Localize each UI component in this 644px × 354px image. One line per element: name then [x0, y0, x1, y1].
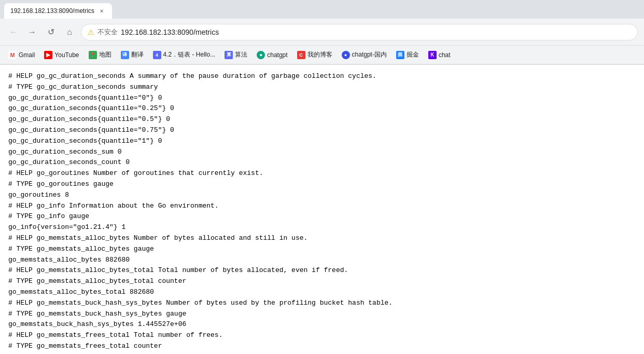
bookmark-gmail-label: Gmail [19, 51, 35, 59]
bookmark-youtube[interactable]: ▶ YouTube [40, 49, 83, 61]
chatgpt-icon: ● [257, 51, 265, 59]
bookmark-maps-label: 地图 [99, 50, 111, 59]
translate-icon: 译 [121, 51, 129, 59]
bookmark-chat-label: chat [439, 51, 451, 59]
bookmark-juejin[interactable]: 掘 掘金 [392, 48, 423, 61]
4-2-icon: 4 [153, 51, 161, 59]
home-button[interactable]: ⌂ [62, 25, 77, 39]
bookmark-juejin-label: 掘金 [407, 50, 419, 59]
back-button[interactable]: ← [6, 25, 21, 39]
myblog-icon: C [297, 51, 305, 59]
bookmarks-bar: M Gmail ▶ YouTube 📍 地图 译 翻译 4 4.2．链表 - H… [0, 46, 644, 64]
tab-close-button[interactable]: ✕ [97, 7, 106, 15]
url-display: 192.168.182.133:8090/metrics [121, 28, 219, 36]
algo-icon: 算 [225, 51, 233, 59]
reload-button[interactable]: ↺ [44, 25, 58, 39]
tab-title: 192.168.182.133:8090/metrics [10, 7, 94, 15]
forward-button[interactable]: → [25, 25, 39, 39]
tab-bar: 192.168.182.133:8090/metrics ✕ [0, 0, 644, 19]
nav-bar: ← → ↺ ⌂ ⚠ 不安全 192.168.182.133:8090/metri… [0, 19, 644, 46]
address-bar[interactable]: ⚠ 不安全 192.168.182.133:8090/metrics [81, 24, 638, 40]
security-warning-icon: ⚠ [88, 28, 94, 36]
gmail-icon: M [8, 51, 17, 59]
bookmark-chat[interactable]: K chat [424, 49, 455, 61]
metrics-content: # HELP go_gc_duration_seconds A summary … [0, 65, 644, 354]
active-tab[interactable]: 192.168.182.133:8090/metrics ✕ [4, 3, 112, 19]
bookmark-algo[interactable]: 算 算法 [220, 48, 251, 61]
bookmark-maps[interactable]: 📍 地图 [85, 48, 116, 61]
chatgpt-cn-icon: ● [342, 51, 350, 59]
bookmark-chatgpt-cn-label: chatgpt-国内 [352, 50, 387, 59]
bookmark-translate[interactable]: 译 翻译 [117, 48, 148, 61]
bookmark-youtube-label: YouTube [54, 51, 79, 59]
bookmark-4-2-label: 4.2．链表 - Hello... [163, 50, 216, 59]
bookmark-translate-label: 翻译 [131, 50, 144, 59]
bookmark-myblog-label: 我的博客 [307, 50, 332, 59]
bookmark-chatgpt-label: chatgpt [267, 51, 287, 59]
bookmark-gmail[interactable]: M Gmail [4, 49, 39, 61]
bookmark-chatgpt[interactable]: ● chatgpt [253, 49, 291, 61]
bookmark-4-2[interactable]: 4 4.2．链表 - Hello... [149, 48, 220, 61]
youtube-icon: ▶ [44, 51, 52, 59]
bookmark-chatgpt-cn[interactable]: ● chatgpt-国内 [338, 48, 391, 61]
bookmark-myblog[interactable]: C 我的博客 [293, 48, 337, 61]
not-secure-label: 不安全 [97, 28, 118, 37]
chat-icon: K [428, 51, 437, 59]
juejin-icon: 掘 [396, 51, 404, 59]
maps-icon: 📍 [89, 51, 97, 59]
bookmark-algo-label: 算法 [235, 50, 247, 59]
